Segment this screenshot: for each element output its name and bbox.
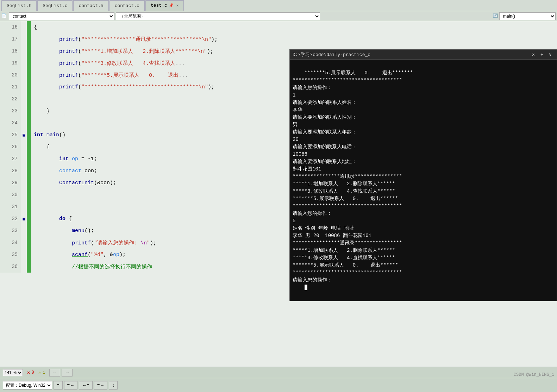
tab-seqlist-h[interactable]: SeqList.h — [1, 0, 37, 11]
indent-btn-5[interactable]: ↕ — [109, 381, 118, 390]
indent-btn-3[interactable]: ←≡ — [79, 381, 93, 390]
tab-seqlist-h-label: SeqList.h — [7, 3, 31, 8]
tab-contact-h[interactable]: contact.h — [73, 0, 108, 11]
error-count: ✕ 0 — [27, 369, 36, 375]
csdn-watermark: CSDN @win_NING_1 — [514, 372, 554, 377]
indent-btn-2[interactable]: ≡← — [64, 381, 78, 390]
config-select[interactable]: 配置：Debug, Win32 ______ — [3, 381, 52, 390]
file-icon: 📄 — [1, 13, 7, 19]
code-line-17: 17 printf("****************通讯录**********… — [0, 33, 557, 45]
terminal-content: *******5.展示联系人 0. 退出******* ************… — [293, 70, 413, 283]
bottom-toolbar: 配置：Debug, Win32 ______ ≡ ≡← ←≡ ≡→ ↕ — [0, 378, 557, 392]
indent-btn-1[interactable]: ≡ — [54, 381, 63, 390]
dropdown-bar: 📄 contact （全局范围） 🔄 main() — [0, 11, 557, 21]
terminal-title-bar: D:\学习\code\daily-practice_c ✕ + ∨ — [290, 50, 557, 60]
terminal-new-button[interactable]: + — [538, 51, 545, 58]
error-icon: ✕ — [27, 369, 30, 375]
terminal-close-button[interactable]: ✕ — [530, 51, 537, 58]
tab-test-c-label: test.c — [151, 3, 167, 8]
close-icon[interactable]: ✕ — [176, 3, 179, 8]
tab-bar: SeqList.h SeqList.c contact.h contact.c … — [0, 0, 557, 11]
terminal-overlay: D:\学习\code\daily-practice_c ✕ + ∨ ******… — [289, 49, 557, 301]
pin-icon: 📌 — [169, 3, 174, 8]
nav-arrows: ← → — [49, 369, 73, 377]
scope-dropdown[interactable]: （全局范围） — [116, 12, 320, 20]
indent-btn-4[interactable]: ≡→ — [94, 381, 108, 390]
tab-seqlist-c[interactable]: SeqList.c — [37, 0, 73, 11]
nav-back-button[interactable]: ← — [49, 369, 60, 377]
tab-seqlist-c-label: SeqList.c — [43, 3, 67, 8]
warning-count: ⚠ 1 — [38, 369, 47, 375]
status-bar: 141 % ✕ 0 ⚠ 1 ← → — [0, 367, 557, 378]
tab-contact-c-label: contact.c — [115, 3, 139, 8]
code-line-16: 16 { — [0, 21, 557, 33]
zoom-level[interactable]: 141 % — [3, 369, 23, 376]
tab-test-c[interactable]: test.c 📌 ✕ — [145, 0, 184, 11]
refresh-icon: 🔄 — [493, 13, 498, 19]
file-dropdown[interactable]: contact — [9, 12, 114, 20]
terminal-body: *******5.展示联系人 0. 退出******* ************… — [290, 60, 557, 301]
nav-forward-button[interactable]: → — [62, 369, 73, 377]
terminal-more-button[interactable]: ∨ — [547, 51, 554, 58]
tab-contact-c[interactable]: contact.c — [109, 0, 145, 11]
terminal-path: D:\学习\code\daily-practice_c — [293, 51, 528, 58]
func-dropdown[interactable]: main() — [499, 12, 556, 20]
terminal-cursor — [305, 285, 307, 290]
tab-contact-h-label: contact.h — [79, 3, 103, 8]
warning-icon: ⚠ — [38, 369, 41, 375]
